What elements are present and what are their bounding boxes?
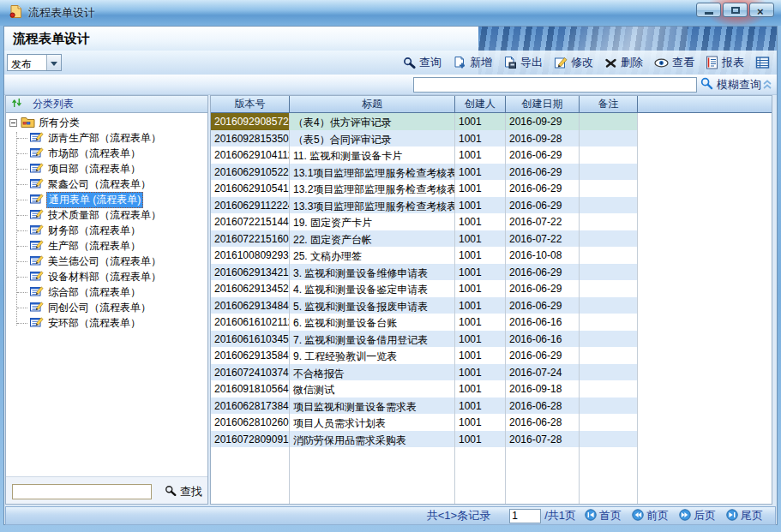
table-row[interactable]: 20160722151441 19. 固定资产卡片 1001 2016-07-2… bbox=[211, 213, 772, 230]
cell-filler bbox=[638, 314, 772, 331]
sidebar-tree-item[interactable]: 设备材料部（流程表单） bbox=[17, 269, 207, 284]
table-row[interactable]: 20160629135849 9. 工程经验教训一览表 1001 2016-06… bbox=[211, 347, 772, 364]
close-button[interactable]: × bbox=[749, 3, 774, 17]
find-button[interactable]: 查找 bbox=[165, 484, 202, 499]
cell-version: 20160629134216 bbox=[211, 264, 290, 281]
sidebar-tree-item[interactable]: 项目部（流程表单） bbox=[17, 161, 207, 176]
table-row[interactable]: 20160629134216 3. 监视和测量设备维修申请表 1001 2016… bbox=[211, 264, 772, 281]
table-row[interactable]: 20160724103749 不合格报告 1001 2016-07-24 bbox=[211, 364, 772, 381]
sidebar-tree-item[interactable]: 技术质量部（流程表单） bbox=[17, 207, 207, 223]
column-header-version[interactable]: 版本号 bbox=[211, 96, 290, 112]
sidebar-tree-item[interactable]: 市场部（流程表单） bbox=[17, 146, 207, 161]
tree-root-all-categories[interactable]: 所有分类 bbox=[6, 115, 207, 130]
sidebar-tree-item[interactable]: 聚鑫公司（流程表单） bbox=[17, 176, 207, 192]
sidebar-tree-item[interactable]: 美兰德公司（流程表单） bbox=[17, 254, 207, 269]
column-header-title[interactable]: 标题 bbox=[290, 96, 455, 112]
cell-creator: 1001 bbox=[455, 230, 506, 248]
category-find-input[interactable] bbox=[12, 484, 152, 499]
delete-button[interactable]: 删除 bbox=[604, 55, 643, 70]
maximize-button[interactable] bbox=[723, 3, 748, 17]
cell-date: 2016-06-29 bbox=[506, 264, 580, 281]
minimize-button[interactable] bbox=[696, 3, 721, 17]
cell-note bbox=[580, 113, 638, 130]
form-icon bbox=[30, 254, 44, 269]
view-button[interactable]: 查看 bbox=[654, 55, 694, 70]
table-row[interactable]: 20160629105226 13.1项目监理部监理服务检查考核表 1001 2… bbox=[211, 164, 772, 181]
app-icon bbox=[9, 4, 23, 21]
table-row[interactable]: 20160616103455 7. 监视和测量设备借用登记表 1001 2016… bbox=[211, 331, 772, 348]
column-header-filler bbox=[638, 96, 772, 112]
sidebar-tree-item[interactable]: 同创公司（流程表单） bbox=[17, 300, 207, 315]
table-row[interactable]: 20160628102609 项目人员需求计划表 1001 2016-06-28 bbox=[211, 414, 772, 431]
sidebar-tree-item[interactable]: 财务部（流程表单） bbox=[17, 223, 207, 238]
table-row[interactable]: 20160629134844 5. 监视和测量设备报废申请表 1001 2016… bbox=[211, 297, 772, 314]
export-button[interactable]: 导出 bbox=[503, 55, 543, 70]
collapse-chevron-icon[interactable] bbox=[762, 79, 772, 93]
close-icon: × bbox=[757, 5, 764, 18]
table-row[interactable]: 20160629104112 11. 监视和测量设备卡片 1001 2016-0… bbox=[211, 146, 772, 164]
page-number-input[interactable] bbox=[509, 509, 541, 523]
cell-version: 20160918105647 bbox=[211, 380, 290, 398]
toolbar: 发布 查询 新增 导出 修改 bbox=[4, 51, 777, 75]
cell-filler bbox=[638, 398, 772, 415]
prev-page-button[interactable]: 前页 bbox=[632, 508, 669, 523]
search-icon bbox=[700, 77, 713, 93]
cell-filler bbox=[638, 247, 772, 264]
collapse-toggle-icon[interactable] bbox=[9, 119, 17, 127]
first-page-button[interactable]: 首页 bbox=[585, 508, 622, 523]
fuzzy-search-button[interactable]: 模糊查询 bbox=[700, 76, 761, 93]
table-row[interactable]: 20160628173841 项目监视和测量设备需求表 1001 2016-06… bbox=[211, 398, 772, 415]
add-button[interactable]: 新增 bbox=[453, 55, 492, 70]
sidebar-tree-item[interactable]: 综合部（流程表单） bbox=[17, 284, 207, 300]
table-row[interactable]: 20160728090913 消防劳保用品需求采购表 1001 2016-07-… bbox=[211, 431, 772, 448]
cell-version: 20160629105415 bbox=[211, 180, 290, 197]
cell-title: 13.1项目监理部监理服务检查考核表 bbox=[290, 164, 455, 181]
page-total: /共1页 bbox=[544, 508, 576, 523]
column-header-note[interactable]: 备注 bbox=[580, 96, 638, 112]
next-page-button[interactable]: 后页 bbox=[679, 508, 716, 523]
column-header-creator[interactable]: 创建人 bbox=[455, 96, 506, 112]
table-row[interactable]: 20160629112224 13.3项目监理部监理服务检查考核表 1001 2… bbox=[211, 197, 772, 214]
status-dropdown[interactable]: 发布 bbox=[7, 54, 62, 71]
form-icon bbox=[30, 238, 44, 254]
query-button[interactable]: 查询 bbox=[403, 55, 442, 70]
edit-button[interactable]: 修改 bbox=[554, 55, 593, 70]
category-panel-header: 分类列表 bbox=[6, 96, 207, 113]
table-row[interactable]: 20160616102112 6. 监视和测量设备台账 1001 2016-06… bbox=[211, 314, 772, 331]
report-button[interactable]: 报表 bbox=[706, 55, 744, 70]
cell-date: 2016-07-24 bbox=[506, 364, 580, 381]
table-row[interactable]: 20160722151601 22. 固定资产台帐 1001 2016-07-2… bbox=[211, 230, 772, 248]
tree-item-label: 同创公司（流程表单） bbox=[46, 300, 153, 316]
grid-view-button[interactable] bbox=[755, 56, 770, 69]
column-header-date[interactable]: 创建日期 bbox=[506, 96, 580, 112]
table-row[interactable]: 20160928153501 （表5）合同评审记录 1001 2016-09-2… bbox=[211, 130, 772, 147]
last-page-button[interactable]: 尾页 bbox=[726, 508, 763, 523]
cell-filler bbox=[638, 130, 772, 147]
cell-creator: 1001 bbox=[455, 431, 506, 448]
table-row[interactable]: 20160929085728 （表4）供方评审记录 1001 2016-09-2… bbox=[211, 113, 772, 130]
cell-note bbox=[580, 297, 638, 314]
cell-date: 2016-07-22 bbox=[506, 230, 580, 248]
dropdown-arrow-button[interactable] bbox=[46, 55, 61, 70]
cell-version: 20160629104112 bbox=[211, 146, 290, 164]
sidebar-tree-item[interactable]: 生产部（流程表单） bbox=[17, 238, 207, 254]
fuzzy-search-input[interactable] bbox=[413, 77, 697, 93]
table-row[interactable]: 20160629105415 13.2项目监理部监理服务检查考核表 1001 2… bbox=[211, 180, 772, 197]
chevron-down-icon bbox=[51, 62, 57, 69]
refresh-icon[interactable] bbox=[11, 97, 22, 111]
cell-creator: 1001 bbox=[455, 164, 506, 181]
titlebar[interactable]: 流程表单设计 × bbox=[0, 0, 781, 26]
form-icon bbox=[30, 315, 44, 331]
sidebar-tree-item[interactable]: 通用表单 (流程表单) bbox=[17, 192, 207, 207]
table-row[interactable]: 20160629134523 4. 监视和测量设备鉴定申请表 1001 2016… bbox=[211, 280, 772, 297]
cell-creator: 1001 bbox=[455, 414, 506, 431]
cell-filler bbox=[638, 264, 772, 281]
sidebar-tree-item[interactable]: 安环部（流程表单） bbox=[17, 315, 207, 331]
table-row[interactable]: 20160918105647 微信测试 1001 2016-09-18 bbox=[211, 380, 772, 398]
table-row[interactable]: 20161008092938 25. 文稿办理签 1001 2016-10-08 bbox=[211, 247, 772, 264]
sidebar-tree-item[interactable]: 沥青生产部（流程表单） bbox=[17, 130, 207, 146]
tree-item-label: 项目部（流程表单） bbox=[46, 161, 142, 177]
cell-date: 2016-06-29 bbox=[506, 146, 580, 164]
cell-title: 微信测试 bbox=[290, 380, 455, 398]
cell-version: 20160728090913 bbox=[211, 431, 290, 448]
